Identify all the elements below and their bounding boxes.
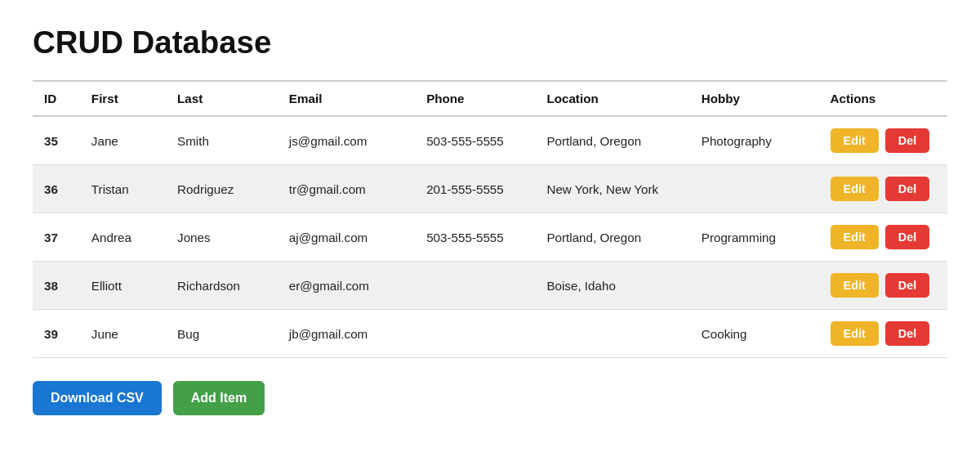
cell-first: Andrea <box>80 213 166 262</box>
cell-id: 36 <box>33 165 80 213</box>
cell-actions: EditDel <box>819 262 947 310</box>
cell-id: 35 <box>33 116 80 165</box>
cell-hobby <box>690 262 819 310</box>
edit-button-36[interactable]: Edit <box>831 177 879 201</box>
data-table: ID First Last Email Phone Location Hobby… <box>33 80 947 358</box>
cell-email: aj@gmail.com <box>278 213 415 262</box>
cell-last: Jones <box>166 213 278 262</box>
cell-email: jb@gmail.com <box>278 310 415 358</box>
cell-actions: EditDel <box>819 310 947 358</box>
table-row: 39JuneBugjb@gmail.comCookingEditDel <box>33 310 947 358</box>
cell-first: Tristan <box>80 165 166 213</box>
cell-email: tr@gmail.com <box>278 165 415 213</box>
col-header-first: First <box>80 81 166 116</box>
table-row: 35JaneSmithjs@gmail.com503-555-5555Portl… <box>33 116 947 165</box>
cell-phone <box>415 262 535 310</box>
cell-location: Boise, Idaho <box>535 262 689 310</box>
table-row: 38ElliottRichardsoner@gmail.comBoise, Id… <box>33 262 947 310</box>
col-header-email: Email <box>278 81 415 116</box>
cell-phone <box>415 310 535 358</box>
download-csv-button[interactable]: Download CSV <box>33 381 162 415</box>
del-button-38[interactable]: Del <box>885 273 929 298</box>
cell-location: New York, New York <box>535 165 689 213</box>
cell-first: Elliott <box>80 262 166 310</box>
cell-phone: 201-555-5555 <box>415 165 535 213</box>
edit-button-39[interactable]: Edit <box>831 321 879 346</box>
cell-last: Smith <box>166 116 278 165</box>
cell-first: June <box>80 310 166 358</box>
col-header-phone: Phone <box>415 81 535 116</box>
cell-location: Portland, Oregon <box>535 116 689 165</box>
cell-last: Bug <box>166 310 278 358</box>
cell-hobby <box>690 165 819 213</box>
actions-container: EditDel <box>831 225 936 249</box>
edit-button-38[interactable]: Edit <box>831 273 879 298</box>
cell-actions: EditDel <box>819 165 947 213</box>
cell-phone: 503-555-5555 <box>415 116 535 165</box>
cell-location <box>535 310 689 358</box>
actions-container: EditDel <box>831 128 936 153</box>
del-button-35[interactable]: Del <box>885 128 929 153</box>
cell-id: 37 <box>33 213 80 262</box>
col-header-id: ID <box>33 81 80 116</box>
del-button-37[interactable]: Del <box>885 225 929 249</box>
actions-container: EditDel <box>831 321 936 346</box>
add-item-button[interactable]: Add Item <box>173 381 265 415</box>
del-button-39[interactable]: Del <box>885 321 929 346</box>
page-title: CRUD Database <box>33 25 947 60</box>
table-header-row: ID First Last Email Phone Location Hobby… <box>33 81 947 116</box>
footer-buttons: Download CSV Add Item <box>33 381 947 415</box>
edit-button-37[interactable]: Edit <box>831 225 879 249</box>
cell-actions: EditDel <box>819 116 947 165</box>
cell-email: er@gmail.com <box>278 262 415 310</box>
col-header-last: Last <box>166 81 278 116</box>
cell-hobby: Cooking <box>690 310 819 358</box>
cell-id: 38 <box>33 262 80 310</box>
cell-hobby: Photography <box>690 116 819 165</box>
cell-last: Rodriguez <box>166 165 278 213</box>
cell-hobby: Programming <box>690 213 819 262</box>
del-button-36[interactable]: Del <box>885 177 929 201</box>
cell-last: Richardson <box>166 262 278 310</box>
cell-location: Portland, Oregon <box>535 213 689 262</box>
col-header-actions: Actions <box>819 81 947 116</box>
col-header-hobby: Hobby <box>690 81 819 116</box>
cell-actions: EditDel <box>819 213 947 262</box>
cell-first: Jane <box>80 116 166 165</box>
edit-button-35[interactable]: Edit <box>831 128 879 153</box>
table-row: 36TristanRodrigueztr@gmail.com201-555-55… <box>33 165 947 213</box>
cell-id: 39 <box>33 310 80 358</box>
cell-email: js@gmail.com <box>278 116 415 165</box>
actions-container: EditDel <box>831 177 936 201</box>
cell-phone: 503-555-5555 <box>415 213 535 262</box>
col-header-location: Location <box>535 81 689 116</box>
table-row: 37AndreaJonesaj@gmail.com503-555-5555Por… <box>33 213 947 262</box>
actions-container: EditDel <box>831 273 936 298</box>
